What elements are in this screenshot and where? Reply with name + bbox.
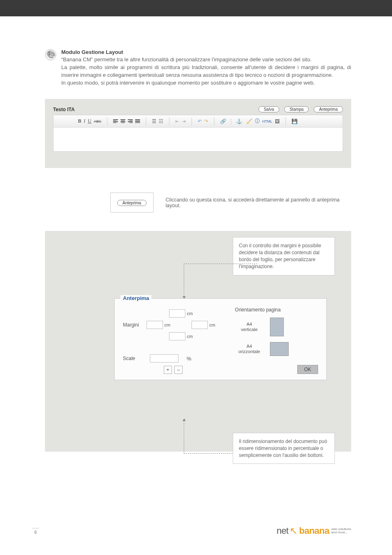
ok-button[interactable]: OK: [297, 365, 318, 374]
save-icon[interactable]: 💾: [292, 119, 298, 124]
section-header: Modulo Gestione Layout “Banana CM” perme…: [45, 49, 351, 87]
link-icon[interactable]: 🔗: [220, 119, 226, 124]
redo-icon[interactable]: ↷: [204, 119, 208, 124]
anteprima-desc: Cliccando su questa icona, si accederà d…: [166, 197, 351, 208]
scale-plus-button[interactable]: +: [164, 366, 172, 374]
undo-icon[interactable]: ↶: [198, 119, 202, 124]
outdent-icon[interactable]: ⇤: [175, 119, 179, 124]
anteprima-panel: Anterpima Margini cm cm cm cm: [114, 298, 327, 380]
align-right-icon[interactable]: [128, 119, 133, 123]
scale-label: Scale: [123, 356, 142, 361]
anteprima-pill[interactable]: Anteprima: [117, 200, 147, 206]
margini-label: Margini: [123, 322, 139, 328]
intro-p2: La palette, molto simile ai programmi di…: [61, 64, 351, 79]
palette-icon: [45, 49, 56, 60]
ul-icon[interactable]: ☰: [152, 119, 156, 124]
editor-toolbar: B I U ABC ☰ ☷ ⇤: [53, 115, 343, 128]
anteprima-button[interactable]: Anteprima: [314, 106, 343, 112]
logo-tag2: and more...: [332, 530, 348, 534]
editor-box: B I U ABC ☰ ☷ ⇤: [53, 115, 343, 152]
anteprima-tip-row: Anteprima Cliccando su questa icona, si …: [110, 192, 351, 213]
margin-top-input[interactable]: [169, 309, 185, 318]
clean-icon[interactable]: 🧹: [246, 119, 252, 124]
align-justify-icon[interactable]: [135, 119, 140, 123]
intro-p1: “Banana CM” permette tra le altre funzio…: [61, 56, 351, 64]
salva-button[interactable]: Salva: [258, 106, 279, 112]
intro-p3: In questo modo, si potrà intervenire in …: [61, 79, 351, 87]
logo-banana: banana: [299, 526, 329, 536]
callout-scale: Il ridimensionamento del documento può e…: [233, 433, 335, 464]
strike-icon[interactable]: ABC: [94, 119, 102, 123]
orientation-title: Orientamento pagina: [235, 307, 318, 313]
top-bar: [0, 0, 392, 16]
page-number: 6: [32, 528, 39, 535]
anchor-icon[interactable]: ⚓: [236, 119, 242, 124]
italic-icon[interactable]: I: [84, 118, 85, 124]
margin-right-input[interactable]: [192, 321, 208, 329]
a4-horizontal-thumb[interactable]: [270, 342, 289, 356]
help-icon[interactable]: ⓘ: [255, 118, 260, 125]
scale-input[interactable]: [150, 354, 178, 363]
logo-net: net: [276, 526, 288, 536]
align-left-icon[interactable]: [113, 119, 118, 123]
percent-label: %: [187, 356, 192, 362]
image-icon[interactable]: 🖼: [275, 119, 280, 124]
margin-left-input[interactable]: [147, 321, 163, 329]
a4-vertical-label: A4 verticale: [235, 322, 263, 332]
footer-logo: net ↖ banana web solutions and more...: [276, 525, 351, 537]
a4-vertical-thumb[interactable]: [270, 318, 284, 336]
section-title: Modulo Gestione Layout: [61, 49, 351, 55]
panel-legend: Anterpima: [120, 295, 151, 301]
stampa-button[interactable]: Stampa: [284, 106, 309, 112]
bold-icon[interactable]: B: [78, 118, 81, 124]
unlink-icon[interactable]: ⋮: [229, 119, 234, 124]
anteprima-pill-box: Anteprima: [110, 192, 154, 213]
ol-icon[interactable]: ☷: [159, 119, 163, 124]
align-center-icon[interactable]: [120, 119, 125, 123]
margin-bottom-input[interactable]: [169, 332, 185, 340]
indent-icon[interactable]: ⇥: [182, 119, 186, 124]
underline-icon[interactable]: U: [88, 118, 91, 124]
dashed-arrow-top: [184, 264, 257, 296]
preview-section: Con il controllo dei margini è possibile…: [45, 231, 351, 452]
html-icon[interactable]: HTML: [262, 119, 272, 123]
editor-panel: Testo ITA Salva Stampa Anteprima B I U A…: [45, 99, 351, 168]
editor-title: Testo ITA: [53, 107, 75, 112]
scale-minus-button[interactable]: –: [174, 366, 183, 374]
a4-horizontal-label: A4 orizzontale: [235, 344, 263, 354]
cursor-icon: ↖: [290, 525, 298, 537]
